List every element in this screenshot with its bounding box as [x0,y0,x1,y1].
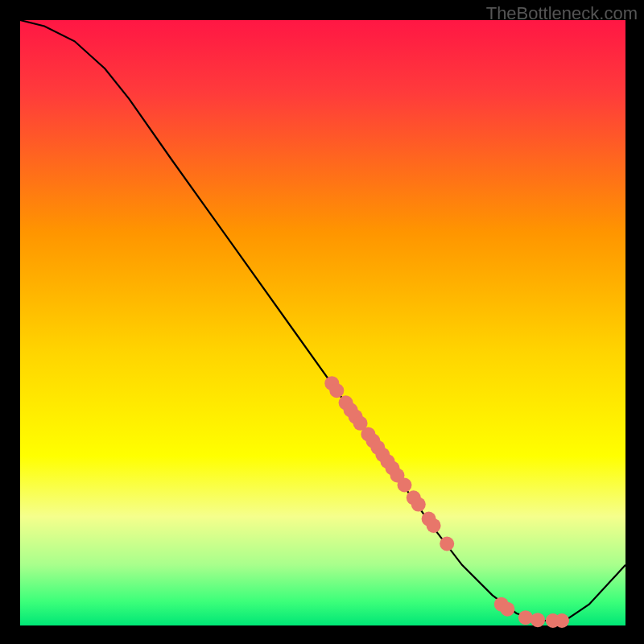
scatter-point [398,478,412,493]
scatter-point [440,537,454,551]
scatter-point [500,602,514,617]
chart-container: TheBottleneck.com [0,0,644,644]
chart-background [20,20,625,625]
bottleneck-chart [0,0,644,644]
scatter-point [329,383,344,398]
scatter-point [411,497,426,512]
scatter-point [555,613,569,628]
scatter-point [518,610,533,625]
watermark-text: TheBottleneck.com [486,3,638,24]
scatter-point [530,613,545,627]
scatter-point [427,518,441,533]
